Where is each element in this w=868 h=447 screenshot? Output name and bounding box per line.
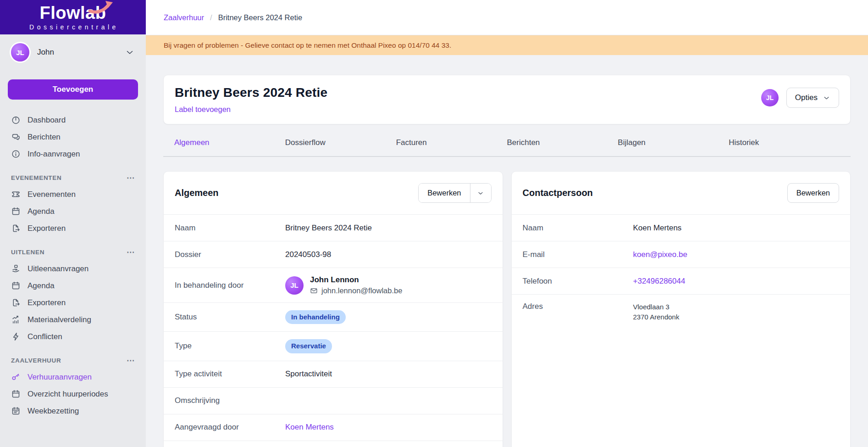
mail-icon — [310, 287, 318, 295]
sidebar-item-label: Agenda — [28, 281, 55, 291]
logo-arrow-icon — [88, 0, 113, 14]
field-value-link[interactable]: koen@pixeo.be — [633, 250, 687, 259]
chat-icon — [11, 132, 21, 142]
sidebar-item-verhuuraanvragen[interactable]: Verhuuraanvragen — [0, 369, 146, 386]
field-label: Type activiteit — [175, 369, 285, 379]
sidebar-item-conflicten[interactable]: Conflicten — [0, 328, 146, 345]
sidebar-item-berichten[interactable]: Berichten — [0, 129, 146, 145]
algemeen-card-title: Algemeen — [175, 188, 219, 198]
edit-dropdown-button[interactable] — [470, 184, 491, 202]
sidebar-item-overzicht-huurperiodes[interactable]: Overzicht huurperiodes — [0, 386, 146, 402]
add-button[interactable]: Toevoegen — [8, 79, 138, 100]
assignee-info: John Lennonjohn.lennon@flowlab.be — [310, 275, 402, 295]
assignee-name: John Lennon — [310, 275, 402, 285]
sidebar-section-zaalverhuur: ZAALVERHUUR⋯ — [0, 345, 146, 369]
field-value: Koen Mertens — [633, 224, 682, 233]
field-row-type: TypeReservatie — [164, 331, 503, 360]
edit-button[interactable]: Bewerken — [419, 184, 470, 202]
sidebar-item-label: Info-aanvragen — [28, 150, 80, 159]
tab-historiek[interactable]: Historiek — [729, 130, 840, 156]
algemeen-card: Algemeen Bewerken NaamBritney Beers 2024… — [163, 171, 503, 447]
content: Britney Beers 2024 Retie Label toevoegen… — [146, 55, 868, 447]
notice-banner-text: Bij vragen of problemen - Gelieve contac… — [164, 41, 451, 50]
options-button-label: Opties — [795, 93, 818, 102]
field-label: Adres — [523, 302, 633, 311]
sidebar-item-agenda[interactable]: Agenda — [0, 277, 146, 294]
sidebar-section-label: EVENEMENTEN — [11, 174, 61, 181]
field-row-e-mail: E-mailkoen@pixeo.be — [512, 241, 851, 268]
sidebar-section-label: UITLENEN — [11, 249, 44, 256]
calendar-icon — [11, 389, 21, 399]
breadcrumb-parent-link[interactable]: Zaalverhuur — [164, 13, 204, 22]
assignee-email: john.lennon@flowlab.be — [310, 286, 402, 295]
chevron-down-icon — [477, 190, 484, 197]
dossier-header-right: JL Opties — [761, 88, 839, 108]
add-label-link[interactable]: Label toevoegen — [175, 105, 231, 114]
chevron-down-icon[interactable] — [125, 47, 135, 57]
dossier-header-left: Britney Beers 2024 Retie Label toevoegen — [175, 85, 327, 114]
calendar-grid-icon — [11, 406, 21, 416]
sidebar-item-label: Conflicten — [28, 332, 62, 341]
field-row-naam: NaamBritney Beers 2024 Retie — [164, 214, 503, 241]
sidebar-item-dashboard[interactable]: Dashboard — [0, 112, 146, 129]
field-label: Naam — [175, 224, 285, 233]
section-menu-button[interactable]: ⋯ — [127, 248, 135, 256]
options-button[interactable]: Opties — [786, 88, 839, 108]
notice-banner: Bij vragen of problemen - Gelieve contac… — [146, 35, 868, 55]
user-menu[interactable]: JL John — [0, 34, 146, 67]
field-label: E-mail — [523, 250, 633, 259]
key-icon — [11, 372, 21, 382]
calendar-icon — [11, 281, 21, 291]
sidebar-item-weekbezetting[interactable]: Weekbezetting — [0, 402, 146, 419]
assignee-avatar: JL — [285, 276, 304, 295]
sidebar-item-exporteren[interactable]: Exporteren — [0, 220, 146, 237]
assignee-avatar: JL — [761, 89, 779, 106]
gauge-icon — [11, 115, 21, 125]
sidebar-item-exporteren[interactable]: Exporteren — [0, 294, 146, 311]
ticket-icon — [11, 190, 21, 199]
tab-algemeen[interactable]: Algemeen — [174, 130, 285, 156]
edit-split-button: Bewerken — [418, 183, 491, 203]
tab-facturen[interactable]: Facturen — [396, 130, 507, 156]
info-icon — [11, 149, 21, 159]
field-row-omschrijving: Omschrijving — [164, 387, 503, 414]
tab-berichten[interactable]: Berichten — [507, 130, 618, 156]
page-title: Britney Beers 2024 Retie — [175, 85, 327, 100]
bolt-icon — [11, 332, 21, 341]
edit-button[interactable]: Bewerken — [787, 183, 839, 203]
field-row-aangevraagd-door: Aangevraagd doorKoen Mertens — [164, 414, 503, 441]
chevron-down-icon — [823, 94, 830, 102]
field-label: Telefoon — [523, 277, 633, 286]
field-value-link[interactable]: Koen Mertens — [285, 423, 334, 432]
sidebar-item-uitleenaanvragen[interactable]: Uitleenaanvragen — [0, 260, 146, 277]
sidebar-nav-top: DashboardBerichtenInfo-aanvragen — [0, 105, 146, 162]
tab-bijlagen[interactable]: Bijlagen — [618, 130, 729, 156]
status-badge: Reservatie — [285, 339, 332, 353]
field-value-link[interactable]: +32496286044 — [633, 277, 686, 286]
user-avatar: JL — [11, 43, 29, 61]
sidebar-item-materiaalverdeling[interactable]: Materiaalverdeling — [0, 311, 146, 328]
field-row-telefoon: Telefoon+32496286044 — [512, 268, 851, 294]
sidebar-item-label: Evenementen — [28, 190, 76, 199]
export-icon — [11, 298, 21, 307]
sidebar-item-agenda[interactable]: Agenda — [0, 203, 146, 220]
sidebar-item-label: Exporteren — [28, 224, 66, 233]
assignee-cell: JLJohn Lennonjohn.lennon@flowlab.be — [285, 275, 402, 295]
app-root: Flowlab Dossiercentrale JL John Toevoege… — [0, 0, 868, 447]
field-label: Status — [175, 313, 285, 322]
breadcrumb-separator: / — [210, 13, 212, 22]
field-row-naam: NaamKoen Mertens — [512, 214, 851, 241]
field-label: Naam — [523, 224, 633, 233]
sidebar-section-uitlenen: UITLENEN⋯ — [0, 237, 146, 260]
section-menu-button[interactable]: ⋯ — [127, 174, 135, 182]
sidebar-item-label: Overzicht huurperiodes — [28, 390, 108, 399]
section-menu-button[interactable]: ⋯ — [127, 357, 135, 364]
assignee-email-text: john.lennon@flowlab.be — [321, 286, 402, 295]
sidebar-item-info-aanvragen[interactable]: Info-aanvragen — [0, 145, 146, 162]
brand-name: Flowlab — [40, 4, 106, 22]
contact-card-title: Contactpersoon — [523, 188, 593, 198]
tab-dossierflow[interactable]: Dossierflow — [285, 130, 396, 156]
topbar: Zaalverhuur / Britney Beers 2024 Retie — [146, 0, 868, 35]
field-label: Omschrijving — [175, 396, 285, 405]
sidebar-item-evenementen[interactable]: Evenementen — [0, 186, 146, 203]
